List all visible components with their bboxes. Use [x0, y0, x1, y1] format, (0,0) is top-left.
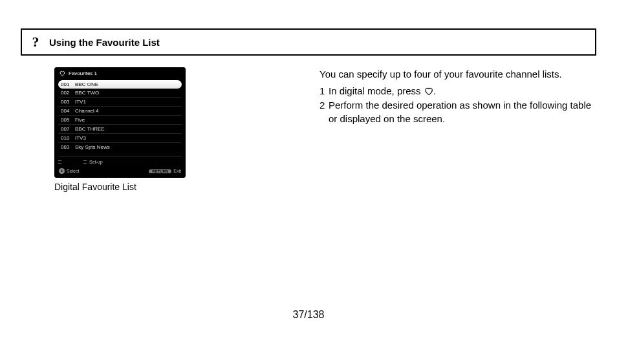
section-title: Using the Favourite List: [49, 37, 160, 48]
channel-number: 004: [61, 108, 75, 114]
step-text: In digital mode, press .: [329, 84, 596, 98]
channel-number: 007: [61, 126, 75, 132]
content-area: Favourites 1 001 BBC ONE 002 BBC TWO 003…: [54, 67, 596, 192]
channel-row: 002 BBC TWO: [58, 89, 182, 98]
channel-name: BBC TWO: [75, 90, 99, 96]
channel-name: ITV3: [75, 135, 86, 141]
channel-row: 007 BBC THREE: [58, 125, 182, 134]
section-header-frame: ? Using the Favourite List: [21, 28, 596, 56]
dash-icon: ––: [58, 159, 61, 164]
channel-row: 004 Channel 4: [58, 107, 182, 116]
channel-number: 083: [61, 144, 75, 150]
channel-row: 010 ITV3: [58, 134, 182, 143]
footer-right: RETURN Exit: [149, 169, 181, 173]
tv-header: Favourites 1: [54, 67, 186, 79]
footer-left: + Select: [59, 168, 79, 174]
channel-name: BBC ONE: [75, 81, 98, 87]
plus-icon: +: [59, 168, 65, 174]
step-text: Perform the desired operation as shown i…: [329, 98, 596, 127]
channel-number: 002: [61, 90, 75, 96]
step1-suffix: .: [433, 85, 436, 96]
channel-name: Channel 4: [75, 108, 98, 114]
tv-footer: + Select RETURN Exit: [54, 166, 186, 178]
step-2: 2 Perform the desired operation as shown…: [319, 98, 596, 127]
control-setup: –– Set-up: [83, 159, 103, 164]
return-chip: RETURN: [149, 169, 171, 173]
channel-number: 001: [61, 81, 75, 87]
page-number: 37/138: [0, 309, 617, 321]
heart-icon: [59, 70, 65, 76]
tv-title: Favourites 1: [69, 70, 97, 76]
exit-label: Exit: [173, 169, 181, 173]
figure-column: Favourites 1 001 BBC ONE 002 BBC TWO 003…: [54, 67, 307, 192]
channel-row: 005 Five: [58, 116, 182, 125]
setup-label: Set-up: [89, 160, 103, 164]
step-number: 2: [319, 98, 329, 127]
control-blank-left: ––: [58, 159, 64, 164]
channel-name: BBC THREE: [75, 126, 105, 132]
channel-name: Sky Spts News: [75, 144, 110, 150]
help-icon: ?: [28, 34, 43, 50]
channel-row: 001 BBC ONE: [58, 80, 182, 89]
dash-icon: ––: [83, 159, 87, 164]
heart-icon: [424, 85, 433, 96]
intro-paragraph: You can specify up to four of your favou…: [319, 67, 596, 81]
channel-number: 003: [61, 99, 75, 105]
channel-name: ITV1: [75, 99, 86, 105]
step-1: 1 In digital mode, press .: [319, 84, 596, 98]
select-label: Select: [67, 169, 79, 173]
tv-channel-list: 001 BBC ONE 002 BBC TWO 003 ITV1 004 Cha…: [54, 79, 186, 152]
body-text: You can specify up to four of your favou…: [307, 67, 596, 192]
channel-row: 083 Sky Spts News: [58, 143, 182, 151]
figure-caption: Digital Favourite List: [54, 182, 307, 192]
channel-name: Five: [75, 117, 85, 123]
step-number: 1: [319, 84, 329, 98]
channel-number: 005: [61, 117, 75, 123]
tv-screenshot: Favourites 1 001 BBC ONE 002 BBC TWO 003…: [54, 67, 186, 178]
tv-controls-row: –– –– Set-up: [54, 156, 186, 166]
channel-number: 010: [61, 135, 75, 141]
step1-prefix: In digital mode, press: [329, 85, 424, 96]
channel-row: 003 ITV1: [58, 98, 182, 107]
